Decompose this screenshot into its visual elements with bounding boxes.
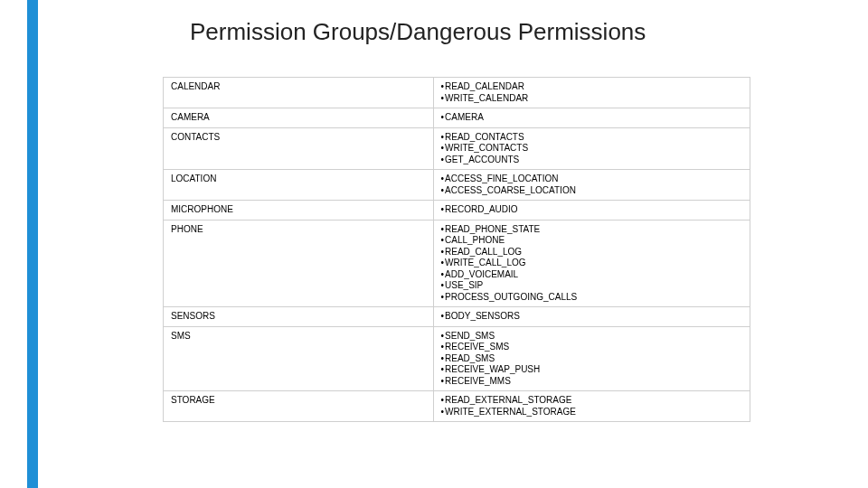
permission-label: CAMERA — [445, 112, 484, 122]
permission-item: •CAMERA — [441, 112, 744, 124]
bullet-icon: • — [441, 395, 445, 405]
bullet-icon: • — [441, 155, 445, 164]
permission-item: •BODY_SENSORS — [441, 311, 744, 323]
group-cell: CONTACTS — [164, 127, 434, 170]
permission-label: READ_CALENDAR — [445, 81, 524, 91]
bullet-icon: • — [441, 247, 445, 257]
table-row: SENSORS•BODY_SENSORS — [164, 307, 750, 327]
bullet-icon: • — [441, 81, 445, 91]
permission-label: PROCESS_OUTGOING_CALLS — [445, 292, 577, 302]
permission-item: •USE_SIP — [441, 280, 744, 292]
group-cell: SMS — [164, 326, 434, 391]
table-row: CONTACTS•READ_CONTACTS•WRITE_CONTACTS•GE… — [164, 127, 750, 170]
permission-label: WRITE_CALL_LOG — [445, 258, 525, 267]
permission-item: •ACCESS_FINE_LOCATION — [441, 174, 744, 185]
bullet-icon: • — [441, 93, 445, 103]
permissions-cell: •SEND_SMS•RECEIVE_SMS•READ_SMS•RECEIVE_W… — [433, 326, 750, 391]
permission-item: •READ_CALL_LOG — [441, 247, 744, 258]
permission-item: •ADD_VOICEMAIL — [441, 269, 744, 281]
table-row: SMS•SEND_SMS•RECEIVE_SMS•READ_SMS•RECEIV… — [164, 326, 750, 391]
bullet-icon: • — [441, 174, 445, 183]
bullet-icon: • — [441, 204, 445, 214]
permission-label: RECEIVE_MMS — [445, 376, 511, 386]
permission-item: •GET_ACCOUNTS — [441, 155, 744, 166]
bullet-icon: • — [441, 224, 445, 234]
bullet-icon: • — [441, 331, 445, 341]
permission-label: BODY_SENSORS — [445, 311, 520, 321]
permission-item: •ACCESS_COARSE_LOCATION — [441, 185, 744, 197]
permission-item: •READ_CONTACTS — [441, 132, 744, 144]
permissions-cell: •CAMERA — [433, 108, 750, 128]
permission-item: •CALL_PHONE — [441, 235, 744, 247]
permission-label: ACCESS_FINE_LOCATION — [445, 174, 558, 183]
permissions-table: CALENDAR•READ_CALENDAR•WRITE_CALENDARCAM… — [163, 77, 750, 422]
permission-item: •WRITE_EXTERNAL_STORAGE — [441, 407, 744, 418]
permissions-cell: •READ_CALENDAR•WRITE_CALENDAR — [433, 78, 750, 108]
bullet-icon: • — [441, 132, 445, 142]
table-row: LOCATION•ACCESS_FINE_LOCATION•ACCESS_COA… — [164, 170, 750, 201]
bullet-icon: • — [441, 258, 445, 267]
permission-label: RECEIVE_SMS — [445, 342, 509, 352]
group-cell: STORAGE — [164, 391, 434, 422]
group-cell: MICROPHONE — [164, 201, 434, 221]
permission-label: WRITE_EXTERNAL_STORAGE — [445, 407, 576, 417]
group-cell: PHONE — [164, 220, 434, 307]
bullet-icon: • — [441, 185, 445, 195]
permissions-cell: •BODY_SENSORS — [433, 307, 750, 327]
permission-label: WRITE_CALENDAR — [445, 93, 528, 103]
permission-label: ADD_VOICEMAIL — [445, 269, 518, 279]
permission-item: •WRITE_CONTACTS — [441, 143, 744, 155]
permission-item: •READ_SMS — [441, 353, 744, 365]
bullet-icon: • — [441, 292, 445, 302]
permission-label: WRITE_CONTACTS — [445, 143, 528, 153]
bullet-icon: • — [441, 376, 445, 386]
permission-label: USE_SIP — [445, 280, 483, 290]
permission-item: •PROCESS_OUTGOING_CALLS — [441, 292, 744, 304]
bullet-icon: • — [441, 311, 445, 321]
permissions-table-body: CALENDAR•READ_CALENDAR•WRITE_CALENDARCAM… — [164, 78, 750, 422]
permissions-cell: •RECORD_AUDIO — [433, 201, 750, 221]
group-cell: LOCATION — [164, 170, 434, 201]
permission-label: READ_CALL_LOG — [445, 247, 522, 257]
bullet-icon: • — [441, 353, 445, 363]
permission-item: •READ_EXTERNAL_STORAGE — [441, 395, 744, 407]
bullet-icon: • — [441, 407, 445, 417]
bullet-icon: • — [441, 280, 445, 290]
permission-label: READ_PHONE_STATE — [445, 224, 540, 234]
table-row: MICROPHONE•RECORD_AUDIO — [164, 201, 750, 221]
permissions-table-container: CALENDAR•READ_CALENDAR•WRITE_CALENDARCAM… — [163, 77, 750, 422]
bullet-icon: • — [441, 235, 445, 245]
permission-item: •RECEIVE_MMS — [441, 376, 744, 388]
permission-item: •RECEIVE_SMS — [441, 342, 744, 353]
group-cell: SENSORS — [164, 307, 434, 327]
table-row: PHONE•READ_PHONE_STATE•CALL_PHONE•READ_C… — [164, 220, 750, 307]
permission-label: READ_SMS — [445, 353, 495, 363]
permissions-cell: •READ_PHONE_STATE•CALL_PHONE•READ_CALL_L… — [433, 220, 750, 307]
permissions-cell: •ACCESS_FINE_LOCATION•ACCESS_COARSE_LOCA… — [433, 170, 750, 201]
table-row: STORAGE•READ_EXTERNAL_STORAGE•WRITE_EXTE… — [164, 391, 750, 422]
permission-item: •WRITE_CALL_LOG — [441, 258, 744, 269]
permission-label: RECORD_AUDIO — [445, 204, 518, 214]
bullet-icon: • — [441, 364, 445, 374]
bullet-icon: • — [441, 342, 445, 352]
bullet-icon: • — [441, 112, 445, 122]
group-cell: CALENDAR — [164, 78, 434, 108]
permissions-cell: •READ_CONTACTS•WRITE_CONTACTS•GET_ACCOUN… — [433, 127, 750, 170]
permission-item: •RECORD_AUDIO — [441, 204, 744, 216]
permission-item: •RECEIVE_WAP_PUSH — [441, 364, 744, 376]
permission-label: GET_ACCOUNTS — [445, 155, 519, 164]
permission-label: RECEIVE_WAP_PUSH — [445, 364, 540, 374]
permission-label: ACCESS_COARSE_LOCATION — [445, 185, 576, 195]
bullet-icon: • — [441, 143, 445, 153]
table-row: CAMERA•CAMERA — [164, 108, 750, 128]
table-row: CALENDAR•READ_CALENDAR•WRITE_CALENDAR — [164, 78, 750, 108]
accent-bar — [27, 0, 38, 488]
page-title: Permission Groups/Dangerous Permissions — [190, 18, 646, 46]
bullet-icon: • — [441, 269, 445, 279]
permission-label: SEND_SMS — [445, 331, 495, 341]
permission-item: •SEND_SMS — [441, 331, 744, 343]
permissions-cell: •READ_EXTERNAL_STORAGE•WRITE_EXTERNAL_ST… — [433, 391, 750, 422]
permission-item: •READ_PHONE_STATE — [441, 224, 744, 236]
group-cell: CAMERA — [164, 108, 434, 128]
permission-item: •WRITE_CALENDAR — [441, 93, 744, 105]
